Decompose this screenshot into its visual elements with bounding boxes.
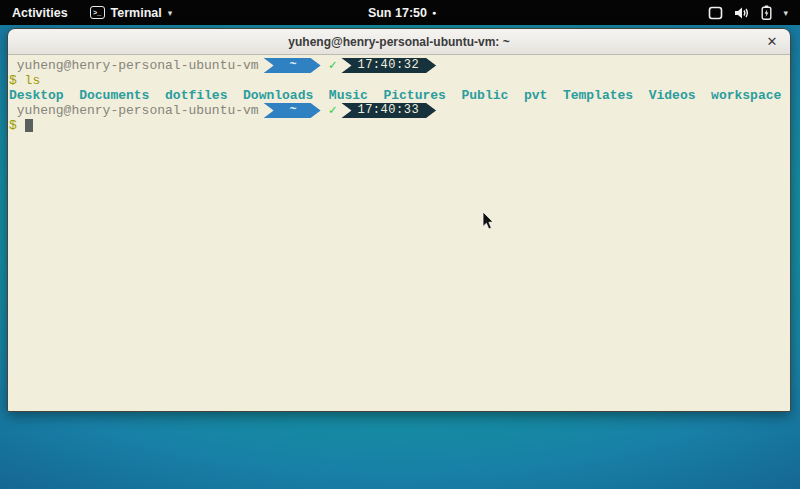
app-menu-terminal[interactable]: >_ Terminal ▾: [80, 0, 183, 25]
powerline-time-segment: 17:40:32: [341, 58, 436, 73]
command-text: ls: [25, 73, 41, 88]
terminal-content[interactable]: yuheng@henry-personal-ubuntu-vm ~ ✓ 17:4…: [8, 55, 790, 411]
clock-label: Sun 17:50: [368, 6, 427, 20]
terminal-icon: >_: [90, 6, 105, 19]
display-icon: [708, 6, 723, 20]
chevron-down-icon: ▾: [168, 8, 173, 18]
battery-charging-icon: [761, 5, 772, 20]
notification-dot-icon: ●: [432, 9, 436, 16]
terminal-window: yuheng@henry-personal-ubuntu-vm: ~ ✕ yuh…: [7, 28, 791, 412]
prompt-user: yuheng@henry-personal-ubuntu-vm: [9, 58, 259, 73]
ls-output-line: Desktop Documents dotfiles Downloads Mus…: [9, 88, 789, 103]
prompt-line-1: yuheng@henry-personal-ubuntu-vm ~ ✓ 17:4…: [9, 58, 789, 73]
check-icon: ✓: [329, 103, 337, 118]
text-cursor-block: [25, 119, 33, 132]
powerline-cwd-segment: ~: [264, 58, 321, 73]
app-menu-label: Terminal: [111, 6, 162, 20]
close-button[interactable]: ✕: [764, 34, 780, 50]
prompt-symbol: $: [9, 118, 25, 133]
powerline-time-segment: 17:40:33: [341, 103, 436, 118]
top-bar: Activities >_ Terminal ▾ Sun 17:50 ●: [0, 0, 800, 25]
prompt-symbol: $: [9, 73, 25, 88]
command-line: $ ls: [9, 73, 789, 88]
input-line[interactable]: $: [9, 118, 789, 133]
prompt-user: yuheng@henry-personal-ubuntu-vm: [9, 103, 259, 118]
check-icon: ✓: [329, 58, 337, 73]
system-tray-menu[interactable]: ▾: [708, 0, 800, 25]
powerline-cwd-segment: ~: [264, 103, 321, 118]
desktop-screen: Activities >_ Terminal ▾ Sun 17:50 ●: [0, 0, 800, 489]
clock-menu[interactable]: Sun 17:50 ●: [368, 0, 436, 25]
volume-icon: [734, 6, 750, 20]
window-title: yuheng@henry-personal-ubuntu-vm: ~: [288, 35, 509, 49]
prompt-line-2: yuheng@henry-personal-ubuntu-vm ~ ✓ 17:4…: [9, 103, 789, 118]
chevron-down-icon: ▾: [783, 8, 788, 18]
activities-button[interactable]: Activities: [0, 0, 80, 25]
window-titlebar[interactable]: yuheng@henry-personal-ubuntu-vm: ~ ✕: [8, 29, 790, 55]
